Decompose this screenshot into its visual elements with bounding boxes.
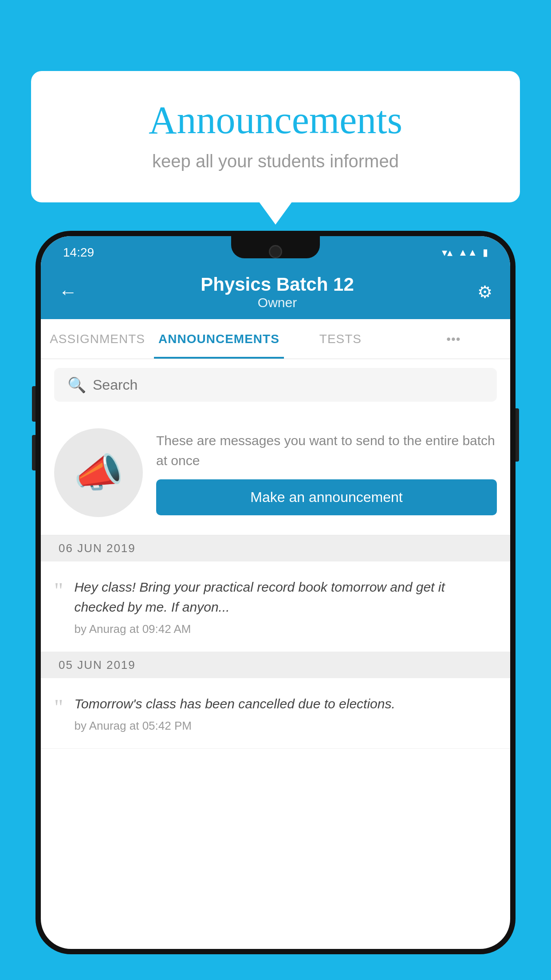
announcement-text-1: Hey class! Bring your practical record b… <box>74 577 497 617</box>
tab-more[interactable]: ••• <box>397 319 510 359</box>
header-subtitle: Owner <box>77 295 477 310</box>
front-camera <box>269 245 282 258</box>
announcement-content-2: Tomorrow's class has been cancelled due … <box>74 694 497 733</box>
search-container: 🔍 <box>41 359 510 411</box>
tab-tests[interactable]: TESTS <box>284 319 397 359</box>
promo-icon-circle: 📣 <box>54 428 143 517</box>
search-bar[interactable]: 🔍 <box>54 368 497 402</box>
announcement-item-2[interactable]: " Tomorrow's class has been cancelled du… <box>41 678 510 749</box>
phone-frame: 14:29 ▾▴ ▲▲ ▮ ← Physics Batch 12 Owner ⚙ <box>35 231 516 954</box>
promo-area: 📣 These are messages you want to send to… <box>41 411 510 535</box>
promo-description: These are messages you want to send to t… <box>156 431 497 470</box>
quote-icon-2: " <box>54 696 63 718</box>
header-title: Physics Batch 12 <box>77 274 477 295</box>
search-input[interactable] <box>93 377 484 393</box>
settings-icon[interactable]: ⚙ <box>477 282 492 302</box>
header-title-area: Physics Batch 12 Owner <box>77 274 477 310</box>
signal-icon: ▲▲ <box>458 247 477 258</box>
quote-icon-1: " <box>54 579 63 601</box>
volume-up-button[interactable] <box>32 386 35 422</box>
bubble-subtitle: keep all your students informed <box>67 151 484 171</box>
wifi-icon: ▾▴ <box>442 246 453 259</box>
phone-container: 14:29 ▾▴ ▲▲ ▮ ← Physics Batch 12 Owner ⚙ <box>35 231 516 980</box>
tab-announcements[interactable]: ANNOUNCEMENTS <box>154 319 284 359</box>
back-button[interactable]: ← <box>59 281 77 303</box>
announcement-text-2: Tomorrow's class has been cancelled due … <box>74 694 497 714</box>
announcement-item-1[interactable]: " Hey class! Bring your practical record… <box>41 561 510 652</box>
make-announcement-button[interactable]: Make an announcement <box>156 479 497 515</box>
speech-bubble: Announcements keep all your students inf… <box>31 71 520 202</box>
status-time: 14:29 <box>63 245 94 260</box>
speech-bubble-section: Announcements keep all your students inf… <box>31 71 520 202</box>
date-separator-2: 05 JUN 2019 <box>41 652 510 678</box>
screen-content: 🔍 📣 These are messages you want to send … <box>41 359 510 949</box>
announcement-content-1: Hey class! Bring your practical record b… <box>74 577 497 636</box>
date-separator-1: 06 JUN 2019 <box>41 535 510 561</box>
phone-screen: 14:29 ▾▴ ▲▲ ▮ ← Physics Batch 12 Owner ⚙ <box>41 236 510 949</box>
bubble-title: Announcements <box>67 98 484 142</box>
app-header: ← Physics Batch 12 Owner ⚙ <box>41 265 510 319</box>
promo-content: These are messages you want to send to t… <box>156 431 497 515</box>
volume-down-button[interactable] <box>32 435 35 470</box>
tabs-bar: ASSIGNMENTS ANNOUNCEMENTS TESTS ••• <box>41 319 510 359</box>
status-icons: ▾▴ ▲▲ ▮ <box>442 246 488 259</box>
power-button[interactable] <box>516 408 519 462</box>
phone-notch <box>231 236 320 258</box>
megaphone-icon: 📣 <box>74 450 123 496</box>
search-icon: 🔍 <box>67 376 86 394</box>
announcement-meta-2: by Anurag at 05:42 PM <box>74 719 497 733</box>
announcement-meta-1: by Anurag at 09:42 AM <box>74 622 497 636</box>
tab-assignments[interactable]: ASSIGNMENTS <box>41 319 154 359</box>
battery-icon: ▮ <box>483 247 488 258</box>
